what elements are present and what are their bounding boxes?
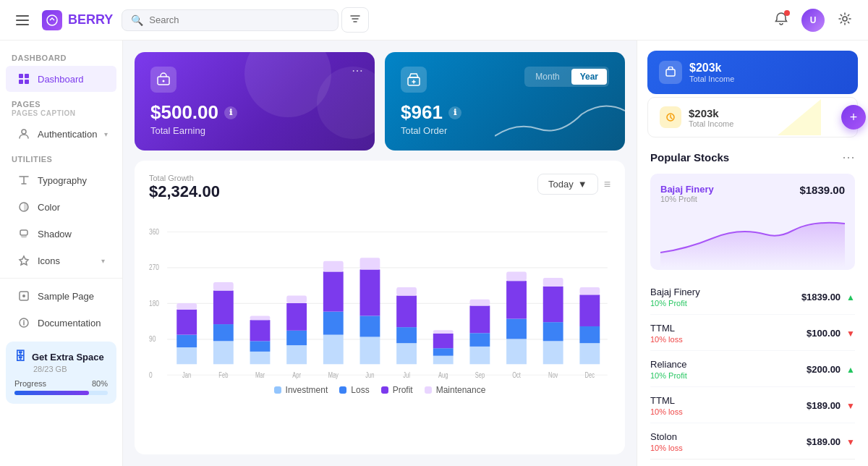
order-info-icon[interactable]: ℹ	[448, 106, 461, 119]
storage-title: 🗄 Get Extra Space	[14, 350, 108, 363]
icons-label: Icons	[38, 255, 60, 266]
stock-info: Bajaj Finery 10% Profit	[650, 287, 700, 308]
svg-rect-45	[286, 296, 307, 303]
stock-chart-top: Bajaj Finery 10% Profit $1839.00	[660, 184, 845, 203]
chart-card: Total Growth $2,324.00 Today ▼ ≡ 0	[135, 161, 625, 454]
income-top-amount: $203k	[689, 62, 734, 75]
svg-rect-8	[20, 230, 27, 235]
svg-rect-78	[543, 322, 563, 341]
svg-rect-42	[286, 345, 307, 364]
stock-row-right: $200.00 ▲	[807, 364, 855, 375]
avatar[interactable]: U	[801, 9, 825, 32]
hamburger-button[interactable]	[12, 11, 33, 30]
triangle-decoration	[778, 98, 821, 137]
svg-rect-47	[323, 335, 344, 365]
svg-rect-74	[506, 281, 527, 318]
dashboard-icon	[17, 72, 30, 85]
svg-rect-34	[213, 291, 234, 325]
income-top-icon	[659, 61, 682, 84]
stock-row-right: $100.00 ▼	[807, 328, 855, 339]
svg-rect-28	[176, 335, 197, 347]
earning-info-icon[interactable]: ℹ	[224, 106, 237, 119]
svg-text:360: 360	[149, 227, 159, 237]
svg-text:Aug: Aug	[438, 371, 448, 379]
svg-rect-35	[213, 282, 234, 291]
topbar: BERRY 🔍 U	[0, 0, 868, 41]
view-all-button[interactable]: View All ➜	[650, 459, 855, 466]
progress-bar-fill	[14, 391, 89, 395]
svg-rect-49	[323, 271, 344, 311]
chevron-down-icon: ▼	[578, 179, 587, 190]
stock-row: Bajaj Finery 10% Profit $1839.00 ▲	[650, 280, 855, 315]
svg-rect-55	[360, 258, 380, 269]
income-bottom-amount: $203k	[689, 107, 733, 119]
svg-rect-59	[396, 296, 417, 328]
svg-rect-60	[396, 287, 417, 296]
income-bottom-label: Total Income	[689, 119, 733, 128]
stock-chart-area: Bajaj Finery 10% Profit $1839.00	[650, 174, 855, 270]
chart-legend: Investment Loss Profit Maintenance	[149, 385, 610, 395]
sidebar-item-sample-page[interactable]: Sample Page	[6, 283, 116, 309]
tab-month[interactable]: Month	[527, 69, 568, 85]
order-card-icon	[401, 67, 427, 93]
order-card: Month Year $961 ℹ Total Order	[385, 52, 625, 151]
svg-point-9	[21, 236, 27, 238]
svg-rect-85	[579, 287, 600, 295]
popular-stocks-menu[interactable]: ⋯	[842, 149, 855, 165]
docs-label: Documentation	[38, 318, 101, 329]
stock-info: TTML 10% loss	[650, 323, 683, 344]
earning-menu-button[interactable]: ⋯	[352, 64, 363, 77]
sidebar-item-dashboard[interactable]: Dashboard	[6, 66, 116, 92]
today-button[interactable]: Today ▼	[537, 174, 598, 195]
svg-rect-52	[360, 337, 380, 365]
stock-row-right: $1839.00 ▲	[801, 292, 855, 302]
popular-stocks-section: Popular Stocks ⋯ Bajaj Finery 10% Profit…	[637, 139, 868, 466]
trend-up-icon: ▲	[846, 292, 855, 302]
legend-maintenance: Maintenance	[425, 385, 486, 395]
svg-rect-39	[250, 320, 271, 341]
icons-chevron: ▾	[101, 257, 105, 265]
progress-label: Progress 80%	[14, 379, 108, 388]
sample-label: Sample Page	[38, 291, 94, 302]
stock-info: TTML 10% loss	[650, 395, 683, 416]
sidebar-item-authentication[interactable]: Authentication ▾	[6, 121, 116, 147]
sidebar-item-shadow[interactable]: Shadow	[6, 221, 116, 247]
notification-button[interactable]	[770, 7, 793, 33]
sidebar-item-color[interactable]: Color	[6, 194, 116, 220]
color-label: Color	[38, 202, 60, 213]
sidebar-dashboard-label: Dashboard	[38, 74, 84, 85]
filter-button[interactable]	[341, 7, 369, 33]
svg-text:180: 180	[149, 299, 159, 308]
svg-rect-82	[579, 343, 600, 364]
earning-label: Total Earning	[150, 125, 359, 136]
svg-rect-3	[25, 74, 29, 78]
stock-chart-profit: 10% Profit	[660, 195, 714, 203]
sidebar-item-documentation[interactable]: Documentation	[6, 310, 116, 336]
svg-text:Dec: Dec	[585, 371, 595, 379]
svg-rect-37	[250, 352, 271, 364]
search-bar[interactable]: 🔍	[122, 9, 339, 31]
svg-rect-67	[469, 347, 490, 364]
svg-text:Apr: Apr	[292, 371, 301, 379]
stock-row: TTML 10% loss $100.00 ▼	[650, 316, 855, 351]
fab-button[interactable]: +	[841, 105, 866, 130]
svg-rect-43	[286, 331, 307, 345]
income-top-card: $203k Total Income	[647, 51, 858, 94]
chart-menu-icon[interactable]: ≡	[604, 178, 610, 191]
settings-button[interactable]	[833, 7, 856, 33]
svg-rect-44	[286, 303, 307, 331]
popular-stocks-title: Popular Stocks	[650, 151, 729, 164]
stock-chart-price: $1839.00	[799, 184, 845, 196]
logo-text: BERRY	[68, 12, 113, 27]
svg-point-1	[843, 17, 847, 21]
notification-dot	[784, 10, 790, 16]
sidebar-item-typography[interactable]: Typography	[6, 167, 116, 193]
search-input[interactable]	[149, 14, 329, 25]
auth-icon	[17, 127, 30, 140]
tab-year[interactable]: Year	[571, 69, 607, 85]
svg-text:Feb: Feb	[218, 371, 228, 379]
stock-info: Reliance 10% Profit	[650, 359, 687, 380]
svg-rect-5	[25, 80, 29, 84]
trend-down-icon: ▼	[846, 437, 855, 447]
sidebar-item-icons[interactable]: Icons ▾	[6, 247, 116, 274]
